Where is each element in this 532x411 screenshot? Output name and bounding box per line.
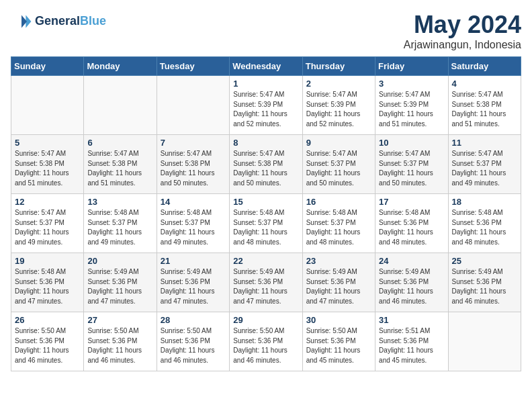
day-info: Sunrise: 5:49 AM Sunset: 5:36 PM Dayligh… <box>379 267 444 306</box>
calendar-day-cell: 18Sunrise: 5:48 AM Sunset: 5:36 PM Dayli… <box>448 194 521 253</box>
day-info: Sunrise: 5:47 AM Sunset: 5:38 PM Dayligh… <box>161 149 226 188</box>
calendar-day-cell: 21Sunrise: 5:49 AM Sunset: 5:36 PM Dayli… <box>157 253 229 312</box>
day-number: 12 <box>15 197 80 207</box>
calendar-day-cell <box>84 76 157 135</box>
day-info: Sunrise: 5:47 AM Sunset: 5:37 PM Dayligh… <box>379 149 444 188</box>
day-info: Sunrise: 5:48 AM Sunset: 5:37 PM Dayligh… <box>233 208 298 247</box>
calendar-week-row: 5Sunrise: 5:47 AM Sunset: 5:38 PM Daylig… <box>11 135 521 194</box>
day-number: 23 <box>306 256 371 266</box>
day-number: 26 <box>15 315 80 325</box>
day-info: Sunrise: 5:49 AM Sunset: 5:36 PM Dayligh… <box>87 267 152 306</box>
day-number: 3 <box>379 79 444 89</box>
day-info: Sunrise: 5:48 AM Sunset: 5:37 PM Dayligh… <box>161 208 226 247</box>
day-info: Sunrise: 5:48 AM Sunset: 5:36 PM Dayligh… <box>452 208 517 247</box>
calendar-day-cell: 29Sunrise: 5:50 AM Sunset: 5:36 PM Dayli… <box>230 312 302 371</box>
day-number: 28 <box>161 315 226 325</box>
day-info: Sunrise: 5:48 AM Sunset: 5:36 PM Dayligh… <box>379 208 444 247</box>
day-number: 17 <box>379 197 444 207</box>
day-info: Sunrise: 5:47 AM Sunset: 5:39 PM Dayligh… <box>306 90 371 129</box>
day-number: 25 <box>452 256 517 266</box>
day-number: 1 <box>233 79 298 89</box>
calendar-day-cell: 13Sunrise: 5:48 AM Sunset: 5:37 PM Dayli… <box>84 194 157 253</box>
day-number: 20 <box>87 256 152 266</box>
calendar-day-cell: 26Sunrise: 5:50 AM Sunset: 5:36 PM Dayli… <box>11 312 84 371</box>
day-number: 16 <box>306 197 371 207</box>
calendar-day-cell: 12Sunrise: 5:47 AM Sunset: 5:37 PM Dayli… <box>11 194 84 253</box>
calendar-day-cell: 3Sunrise: 5:47 AM Sunset: 5:39 PM Daylig… <box>375 76 448 135</box>
calendar-week-row: 1Sunrise: 5:47 AM Sunset: 5:39 PM Daylig… <box>11 76 521 135</box>
day-info: Sunrise: 5:49 AM Sunset: 5:36 PM Dayligh… <box>161 267 226 306</box>
day-number: 27 <box>87 315 152 325</box>
day-number: 9 <box>306 138 371 148</box>
day-number: 31 <box>379 315 444 325</box>
calendar-title: May 2024 <box>404 11 521 39</box>
calendar-body: 1Sunrise: 5:47 AM Sunset: 5:39 PM Daylig… <box>11 76 521 371</box>
weekday-header-cell: Thursday <box>302 57 375 76</box>
calendar-day-cell: 22Sunrise: 5:49 AM Sunset: 5:36 PM Dayli… <box>230 253 302 312</box>
title-block: May 2024 Arjawinangun, Indonesia <box>404 11 521 51</box>
day-info: Sunrise: 5:47 AM Sunset: 5:38 PM Dayligh… <box>87 149 152 188</box>
logo-text: GeneralBlue <box>35 15 106 28</box>
day-number: 14 <box>161 197 226 207</box>
day-info: Sunrise: 5:50 AM Sunset: 5:36 PM Dayligh… <box>87 326 152 365</box>
calendar-day-cell: 14Sunrise: 5:48 AM Sunset: 5:37 PM Dayli… <box>157 194 229 253</box>
day-info: Sunrise: 5:50 AM Sunset: 5:36 PM Dayligh… <box>15 326 80 365</box>
weekday-header-row: SundayMondayTuesdayWednesdayThursdayFrid… <box>11 57 521 76</box>
day-info: Sunrise: 5:48 AM Sunset: 5:37 PM Dayligh… <box>306 208 371 247</box>
day-info: Sunrise: 5:47 AM Sunset: 5:38 PM Dayligh… <box>233 149 298 188</box>
weekday-header-cell: Monday <box>84 57 157 76</box>
calendar-day-cell: 9Sunrise: 5:47 AM Sunset: 5:37 PM Daylig… <box>302 135 375 194</box>
calendar-table: SundayMondayTuesdayWednesdayThursdayFrid… <box>11 56 521 371</box>
calendar-day-cell: 11Sunrise: 5:47 AM Sunset: 5:37 PM Dayli… <box>448 135 521 194</box>
calendar-week-row: 19Sunrise: 5:48 AM Sunset: 5:36 PM Dayli… <box>11 253 521 312</box>
day-number: 18 <box>452 197 517 207</box>
weekday-header-cell: Saturday <box>448 57 521 76</box>
day-info: Sunrise: 5:50 AM Sunset: 5:36 PM Dayligh… <box>306 326 371 365</box>
day-number: 2 <box>306 79 371 89</box>
day-number: 30 <box>306 315 371 325</box>
day-number: 11 <box>452 138 517 148</box>
calendar-day-cell: 5Sunrise: 5:47 AM Sunset: 5:38 PM Daylig… <box>11 135 84 194</box>
calendar-day-cell: 28Sunrise: 5:50 AM Sunset: 5:36 PM Dayli… <box>157 312 229 371</box>
weekday-header-cell: Wednesday <box>230 57 302 76</box>
calendar-day-cell: 30Sunrise: 5:50 AM Sunset: 5:36 PM Dayli… <box>302 312 375 371</box>
day-number: 19 <box>15 256 80 266</box>
calendar-day-cell: 24Sunrise: 5:49 AM Sunset: 5:36 PM Dayli… <box>375 253 448 312</box>
calendar-day-cell: 2Sunrise: 5:47 AM Sunset: 5:39 PM Daylig… <box>302 76 375 135</box>
day-info: Sunrise: 5:47 AM Sunset: 5:38 PM Dayligh… <box>452 90 517 129</box>
calendar-day-cell: 27Sunrise: 5:50 AM Sunset: 5:36 PM Dayli… <box>84 312 157 371</box>
day-info: Sunrise: 5:50 AM Sunset: 5:36 PM Dayligh… <box>161 326 226 365</box>
day-info: Sunrise: 5:47 AM Sunset: 5:37 PM Dayligh… <box>452 149 517 188</box>
calendar-day-cell: 7Sunrise: 5:47 AM Sunset: 5:38 PM Daylig… <box>157 135 229 194</box>
day-info: Sunrise: 5:49 AM Sunset: 5:36 PM Dayligh… <box>233 267 298 306</box>
calendar-week-row: 26Sunrise: 5:50 AM Sunset: 5:36 PM Dayli… <box>11 312 521 371</box>
day-info: Sunrise: 5:49 AM Sunset: 5:36 PM Dayligh… <box>306 267 371 306</box>
day-number: 10 <box>379 138 444 148</box>
calendar-day-cell <box>157 76 229 135</box>
calendar-day-cell: 31Sunrise: 5:51 AM Sunset: 5:36 PM Dayli… <box>375 312 448 371</box>
calendar-day-cell: 16Sunrise: 5:48 AM Sunset: 5:37 PM Dayli… <box>302 194 375 253</box>
calendar-day-cell <box>448 312 521 371</box>
calendar-day-cell: 8Sunrise: 5:47 AM Sunset: 5:38 PM Daylig… <box>230 135 302 194</box>
day-number: 21 <box>161 256 226 266</box>
day-number: 5 <box>15 138 80 148</box>
calendar-day-cell: 17Sunrise: 5:48 AM Sunset: 5:36 PM Dayli… <box>375 194 448 253</box>
day-info: Sunrise: 5:50 AM Sunset: 5:36 PM Dayligh… <box>233 326 298 365</box>
page-header: GeneralBlue May 2024 Arjawinangun, Indon… <box>11 11 521 51</box>
day-info: Sunrise: 5:49 AM Sunset: 5:36 PM Dayligh… <box>452 267 517 306</box>
day-info: Sunrise: 5:47 AM Sunset: 5:39 PM Dayligh… <box>379 90 444 129</box>
calendar-day-cell: 4Sunrise: 5:47 AM Sunset: 5:38 PM Daylig… <box>448 76 521 135</box>
day-number: 22 <box>233 256 298 266</box>
day-info: Sunrise: 5:47 AM Sunset: 5:38 PM Dayligh… <box>15 149 80 188</box>
calendar-day-cell: 19Sunrise: 5:48 AM Sunset: 5:36 PM Dayli… <box>11 253 84 312</box>
calendar-day-cell: 10Sunrise: 5:47 AM Sunset: 5:37 PM Dayli… <box>375 135 448 194</box>
day-number: 7 <box>161 138 226 148</box>
day-number: 15 <box>233 197 298 207</box>
weekday-header-cell: Friday <box>375 57 448 76</box>
calendar-day-cell: 15Sunrise: 5:48 AM Sunset: 5:37 PM Dayli… <box>230 194 302 253</box>
day-info: Sunrise: 5:48 AM Sunset: 5:37 PM Dayligh… <box>87 208 152 247</box>
weekday-header-cell: Sunday <box>11 57 84 76</box>
day-number: 6 <box>87 138 152 148</box>
calendar-day-cell <box>11 76 84 135</box>
calendar-day-cell: 20Sunrise: 5:49 AM Sunset: 5:36 PM Dayli… <box>84 253 157 312</box>
